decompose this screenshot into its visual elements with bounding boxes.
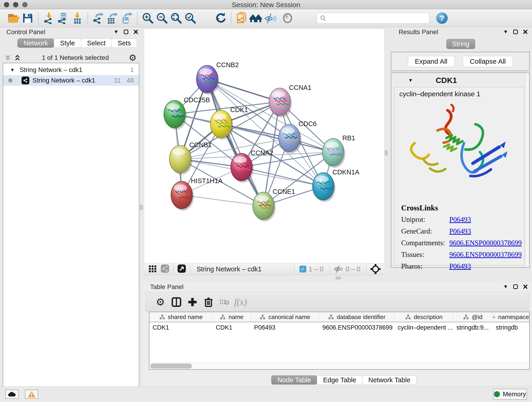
string-import-icon[interactable] [234, 11, 249, 25]
tab-network-table[interactable]: Network Table [362, 375, 417, 385]
network-node-ccna2[interactable]: CCNA2 [231, 149, 273, 183]
network-node-rb1[interactable]: RB1 [322, 134, 355, 168]
tree-expander-icon[interactable]: ▼ [10, 67, 15, 73]
hidden-eye-icon[interactable] [333, 265, 343, 273]
table-cell[interactable]: 9606.ENSP00000378699 [319, 322, 394, 333]
birds-eye-view-icon[interactable] [370, 264, 381, 274]
open-session-icon[interactable] [6, 11, 21, 25]
table-horizontal-scrollbar[interactable] [149, 362, 529, 369]
network-node-ccne1[interactable]: CCNE1 [253, 188, 295, 221]
network-canvas[interactable]: CCNB2CCNA1CDC25BCDK1CDC6RB1CCNB1CCNA2CDK… [144, 29, 384, 263]
table-cell[interactable]: stringdb [493, 322, 529, 333]
panel-float-icon[interactable] [513, 284, 518, 289]
tab-node-table[interactable]: Node Table [271, 375, 317, 385]
network-node-ccnb2[interactable]: CCNB2 [196, 61, 239, 95]
network-node-ccna1[interactable]: CCNA1 [269, 84, 311, 117]
help-icon[interactable]: ? [436, 12, 448, 24]
network-node-hist1h1a[interactable]: HIST1H1A [171, 177, 223, 211]
delete-column-icon[interactable] [201, 295, 216, 309]
export-network-icon[interactable] [91, 11, 105, 25]
memory-button[interactable]: Memory [493, 389, 527, 400]
gene-section-header[interactable]: ▼ CDK1 [391, 75, 526, 86]
show-columns-icon[interactable] [168, 295, 184, 309]
import-table-file-icon[interactable] [70, 11, 84, 25]
tab-select[interactable]: Select [81, 38, 112, 48]
import-network-file-icon[interactable] [42, 11, 56, 25]
network-badge-icon[interactable] [160, 264, 170, 274]
panel-close-icon[interactable]: × [523, 29, 528, 35]
cloud-status-button[interactable] [5, 390, 19, 399]
zoom-selected-icon[interactable] [183, 11, 197, 25]
zoom-in-icon[interactable] [141, 11, 155, 25]
column-header-name[interactable]: name [213, 312, 251, 322]
table-cell[interactable]: CDK1 [213, 322, 251, 333]
panel-menu-icon[interactable]: ▼ [503, 29, 508, 34]
tab-string[interactable]: String [446, 39, 475, 49]
collapse-all-button[interactable]: Collapse All [463, 56, 513, 67]
network-row[interactable]: String Network – cdk1 11 48 [3, 75, 139, 86]
results-scrollbar[interactable] [525, 73, 529, 267]
selected-nodes-checkbox[interactable]: ✓ [299, 266, 306, 273]
vertical-splitter-handle[interactable] [385, 150, 388, 156]
tab-edge-table[interactable]: Edge Table [317, 375, 362, 385]
zoom-fit-icon[interactable] [169, 11, 183, 25]
delete-table-icon[interactable] [216, 295, 233, 309]
export-image-icon[interactable] [120, 11, 134, 25]
warnings-button[interactable] [25, 390, 38, 399]
save-session-icon[interactable] [21, 11, 35, 25]
crosslink-compartments-link[interactable]: 9606.ENSP00000378699 [449, 239, 522, 247]
crosslink-tissues-link[interactable]: 9606.ENSP00000378699 [449, 250, 522, 259]
crosslink-pharos-link[interactable]: P06493 [449, 262, 471, 270]
network-edge[interactable] [207, 79, 264, 206]
preview-icon[interactable] [280, 11, 295, 25]
vertical-splitter-handle[interactable] [140, 204, 143, 210]
panel-float-icon[interactable] [513, 30, 518, 34]
network-options-gear-icon[interactable]: ⚙ [129, 53, 137, 63]
crosslink-uniprot-link[interactable]: P06493 [449, 216, 471, 224]
table-options-gear-icon[interactable]: ⚙ [152, 295, 168, 309]
column-header-namespace[interactable]: namespace [493, 312, 529, 322]
horizontal-splitter-handle[interactable] [336, 277, 341, 279]
column-header-database-identifier[interactable]: database identifier [319, 312, 394, 322]
import-network-database-icon[interactable] [56, 11, 70, 25]
scrollbar-thumb[interactable] [150, 364, 192, 369]
crosslink-label: Tissues: [401, 250, 449, 259]
function-builder-icon[interactable]: f(x) [233, 295, 249, 309]
network-node-cdc6[interactable]: CDC6 [279, 120, 317, 153]
panel-menu-icon[interactable]: ▼ [503, 284, 508, 289]
panel-close-icon[interactable]: × [133, 29, 138, 35]
tab-style[interactable]: Style [54, 38, 81, 48]
table-cell[interactable]: P06493 [251, 322, 319, 333]
expand-tree-icon[interactable] [4, 54, 12, 61]
zoom-out-icon[interactable] [155, 11, 169, 25]
network-collection-row[interactable]: ▼ String Network – cdk1 1 [3, 65, 139, 75]
tab-network[interactable]: Network [17, 38, 54, 48]
home-pages-icon[interactable] [249, 11, 263, 25]
hide-selected-icon[interactable] [263, 11, 277, 25]
panel-menu-icon[interactable]: ▼ [114, 29, 119, 34]
column-header-description[interactable]: description [394, 312, 453, 322]
tab-sets[interactable]: Sets [111, 38, 137, 48]
table-cell[interactable]: cyclin–dependent ... [394, 322, 453, 333]
table-row[interactable]: CDK1CDK1P064939606.ENSP00000378699cyclin… [149, 322, 529, 333]
export-table-icon[interactable] [105, 11, 120, 25]
grid-view-icon[interactable] [148, 264, 157, 274]
panel-float-icon[interactable] [124, 30, 128, 34]
table-cell[interactable]: stringdb:9... [453, 322, 493, 333]
search-input[interactable] [317, 13, 429, 24]
network-edge[interactable] [182, 195, 264, 206]
apply-layout-icon[interactable] [214, 11, 228, 25]
add-column-icon[interactable] [184, 295, 201, 309]
collapse-tree-icon[interactable] [14, 54, 22, 61]
network-node-cdkn1a[interactable]: CDKN1A [312, 168, 360, 202]
column-header-canonical-name[interactable]: canonical name [251, 312, 319, 322]
column-header-shared-name[interactable]: shared name [149, 312, 213, 322]
node-label: CCNB1 [189, 141, 212, 148]
expand-all-button[interactable]: Expand All [408, 56, 455, 67]
open-in-window-icon[interactable] [177, 264, 186, 274]
table-cell[interactable]: CDK1 [149, 322, 213, 333]
column-header--id[interactable]: @id [453, 312, 493, 322]
gene-expander-icon[interactable]: ▼ [408, 78, 413, 83]
crosslink-genecard-link[interactable]: P06493 [449, 227, 471, 235]
panel-close-icon[interactable]: × [523, 284, 528, 290]
